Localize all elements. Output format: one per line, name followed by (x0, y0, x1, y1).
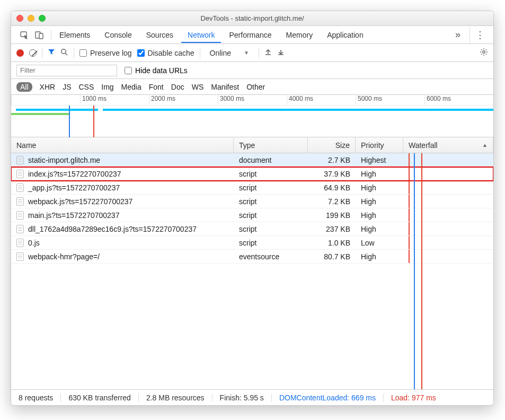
titlebar: DevTools - static-import.glitch.me/ (11, 11, 493, 26)
request-name: static-import.glitch.me (28, 156, 100, 164)
table-row[interactable]: static-import.glitch.medocument2.7 KBHig… (11, 153, 493, 167)
status-requests: 8 requests (11, 393, 61, 402)
tab-network[interactable]: Network (181, 28, 221, 42)
table-row[interactable]: main.js?ts=1572270700237script199 KBHigh (11, 208, 493, 222)
maximize-window-button[interactable] (39, 15, 46, 22)
tab-elements[interactable]: Elements (53, 28, 96, 42)
throttling-label: Online (210, 49, 231, 57)
tab-memory[interactable]: Memory (280, 28, 320, 42)
tab-console[interactable]: Console (98, 28, 138, 42)
request-type: script (234, 222, 308, 235)
request-priority: High (356, 181, 403, 194)
tab-application[interactable]: Application (321, 28, 370, 42)
record-button[interactable] (16, 49, 24, 57)
table-row[interactable]: webpack.js?ts=1572270700237script7.2 KBH… (11, 195, 493, 208)
table-row[interactable]: index.js?ts=1572270700237script37.9 KBHi… (11, 167, 493, 181)
request-waterfall (403, 222, 493, 235)
upload-har-icon[interactable] (264, 48, 272, 57)
type-filter-media[interactable]: Media (121, 83, 141, 91)
request-name: dll_1762a4d98a7289ec16c9.js?ts=157227070… (28, 225, 197, 233)
column-name[interactable]: Name (11, 137, 234, 153)
request-type: eventsource (234, 250, 308, 263)
request-priority: Highest (356, 153, 403, 167)
request-type: script (234, 195, 308, 208)
overview-tick: 6000 ms (424, 95, 493, 105)
table-row[interactable]: webpack-hmr?page=/eventsource80.7 KBHigh (11, 250, 493, 264)
minimize-window-button[interactable] (28, 15, 34, 22)
type-filter-xhr[interactable]: XHR (40, 83, 56, 91)
request-name: webpack-hmr?page=/ (28, 252, 100, 261)
status-load: Load: 977 ms (384, 393, 444, 402)
request-name: main.js?ts=1572270700237 (28, 211, 119, 220)
status-bar: 8 requests 630 KB transferred 2.8 MB res… (11, 389, 493, 405)
device-toolbar-icon[interactable] (33, 29, 45, 41)
overview-tick: 1000 ms (80, 95, 149, 105)
table-row[interactable]: dll_1762a4d98a7289ec16c9.js?ts=157227070… (11, 222, 493, 236)
timeline-overview[interactable]: 1000 ms2000 ms3000 ms4000 ms5000 ms6000 … (11, 95, 493, 137)
column-priority[interactable]: Priority (356, 137, 403, 153)
request-waterfall (403, 153, 493, 167)
table-row[interactable]: _app.js?ts=1572270700237script64.9 KBHig… (11, 181, 493, 195)
clear-button[interactable] (29, 49, 37, 57)
type-filter-doc[interactable]: Doc (171, 83, 184, 91)
request-type: script (234, 181, 308, 194)
type-filter-ws[interactable]: WS (192, 83, 204, 91)
request-waterfall (403, 195, 493, 208)
request-type: script (234, 167, 308, 180)
throttling-select[interactable]: Online ▼ (206, 48, 253, 58)
settings-menu-icon[interactable]: ⋮ (469, 27, 490, 43)
gear-icon[interactable] (480, 48, 488, 58)
status-finish: Finish: 5.95 s (212, 393, 272, 402)
window-controls (16, 15, 46, 22)
request-name: 0.js (28, 239, 40, 247)
request-type: script (234, 208, 308, 222)
hide-data-urls-label: Hide data URLs (135, 66, 188, 75)
table-row[interactable]: 0.jsscript1.0 KBLow (11, 236, 493, 250)
more-tabs-icon[interactable]: » (450, 27, 466, 42)
table-header: Name Type Size Priority Waterfall▲ (11, 137, 493, 153)
disable-cache-checkbox[interactable]: Disable cache (137, 49, 194, 57)
request-waterfall (403, 250, 493, 263)
close-window-button[interactable] (16, 15, 23, 22)
chevron-down-icon: ▼ (244, 50, 249, 56)
type-filter-js[interactable]: JS (63, 83, 71, 91)
preserve-log-checkbox[interactable]: Preserve log (79, 49, 132, 57)
file-icon (16, 183, 24, 192)
request-waterfall (403, 236, 493, 249)
request-name: index.js?ts=1572270700237 (28, 170, 121, 178)
tab-performance[interactable]: Performance (223, 28, 278, 42)
filter-input[interactable] (16, 65, 117, 76)
search-icon[interactable] (60, 48, 68, 58)
type-filter-css[interactable]: CSS (78, 83, 94, 91)
type-filter-font[interactable]: Font (149, 83, 164, 91)
type-filter-all[interactable]: All (16, 82, 32, 92)
column-size[interactable]: Size (308, 137, 356, 153)
download-har-icon[interactable] (277, 48, 285, 57)
request-priority: High (356, 250, 403, 263)
inspect-element-icon[interactable] (19, 29, 30, 41)
overview-tick: 4000 ms (287, 95, 356, 105)
column-waterfall[interactable]: Waterfall▲ (403, 137, 493, 153)
file-icon (16, 170, 24, 178)
file-icon (16, 252, 24, 261)
tab-sources[interactable]: Sources (140, 28, 180, 42)
overview-tick (11, 95, 80, 105)
hide-data-urls-checkbox[interactable]: Hide data URLs (125, 66, 188, 75)
column-type[interactable]: Type (234, 137, 308, 153)
type-filter-img[interactable]: Img (101, 83, 113, 91)
request-type: script (234, 236, 308, 249)
request-size: 64.9 KB (308, 181, 356, 194)
request-type: document (234, 153, 308, 167)
svg-line-4 (65, 53, 67, 55)
type-filter-other[interactable]: Other (246, 83, 265, 91)
window-title: DevTools - static-import.glitch.me/ (200, 14, 304, 22)
request-waterfall (403, 167, 493, 180)
network-toolbar: Preserve log Disable cache Online ▼ (11, 44, 493, 62)
svg-point-5 (483, 50, 485, 52)
type-filter-manifest[interactable]: Manifest (211, 83, 239, 91)
request-waterfall (403, 181, 493, 194)
request-name: _app.js?ts=1572270700237 (28, 183, 120, 192)
status-resources: 2.8 MB resources (139, 393, 212, 402)
filter-toggle-icon[interactable] (48, 48, 55, 57)
file-icon (16, 156, 24, 164)
